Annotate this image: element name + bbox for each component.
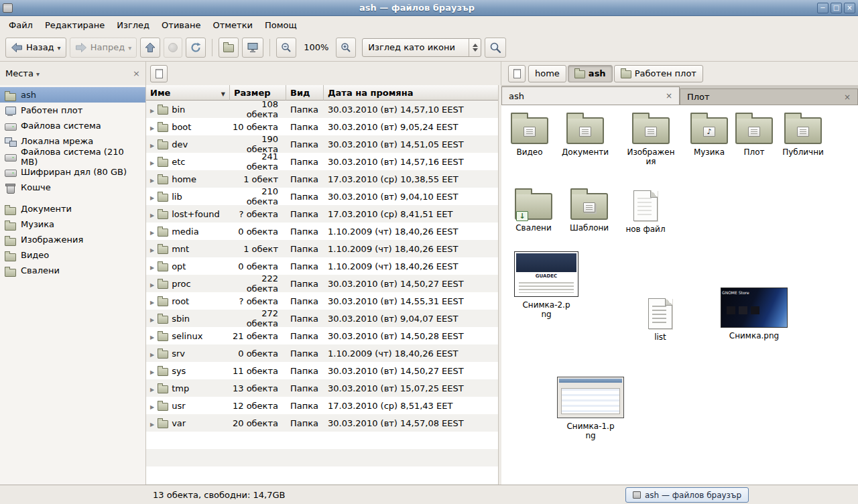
reload-button[interactable] <box>186 38 206 58</box>
expander-icon[interactable] <box>150 296 154 306</box>
file-row[interactable]: selinux 21 обекта Папка 30.03.2010 (вт) … <box>146 327 498 344</box>
expander-icon[interactable] <box>150 139 154 149</box>
expander-icon[interactable] <box>150 279 154 289</box>
column-header-name[interactable]: Име <box>146 85 230 101</box>
expander-icon[interactable] <box>150 383 154 393</box>
file-row[interactable]: dev 190 обекта Папка 30.03.2010 (вт) 14,… <box>146 135 498 153</box>
close-button-icon[interactable] <box>844 3 855 13</box>
tab[interactable]: ash <box>501 86 680 105</box>
expander-icon[interactable] <box>150 122 154 132</box>
file-row[interactable]: mnt 1 обект Папка 1.10.2009 (чт) 18,40,2… <box>146 240 498 257</box>
file-row[interactable]: opt 0 обекта Папка 1.10.2009 (чт) 18,40,… <box>146 257 498 275</box>
menu-item[interactable]: Изглед <box>111 17 156 33</box>
breadcrumb-button[interactable]: Работен плот <box>614 65 703 82</box>
file-row[interactable]: srv 0 обекта Папка 1.10.2009 (чт) 18,40,… <box>146 344 498 362</box>
file-row[interactable]: sys 11 обекта Папка 30.03.2010 (вт) 14,5… <box>146 362 498 379</box>
chevron-down-icon[interactable] <box>34 68 40 78</box>
places-close-icon[interactable] <box>133 68 140 78</box>
file-row[interactable]: lost+found ? обекта Папка 17.03.2010 (ср… <box>146 205 498 223</box>
taskbar-window-button[interactable]: ash — файлов браузър <box>625 487 749 503</box>
menu-item[interactable]: Помощ <box>259 17 303 33</box>
file-row[interactable]: etc 241 обекта Папка 30.03.2010 (вт) 14,… <box>146 153 498 170</box>
tab-close-icon[interactable] <box>666 91 672 101</box>
breadcrumb-button[interactable]: ash <box>568 65 613 82</box>
sidebar-bookmark-item[interactable]: Документи <box>0 201 145 216</box>
icon-view-item[interactable]: GUADEC Снимка-2.png <box>511 251 582 320</box>
column-header-type[interactable]: Вид <box>286 85 324 101</box>
expander-icon[interactable] <box>150 192 154 202</box>
expander-icon[interactable] <box>150 418 154 428</box>
expander-icon[interactable] <box>150 261 154 271</box>
maximize-button-icon[interactable] <box>831 3 842 13</box>
file-row[interactable]: root ? обекта Папка 30.03.2010 (вт) 14,5… <box>146 292 498 310</box>
expander-icon[interactable] <box>150 366 154 376</box>
back-dropdown-icon[interactable] <box>58 42 61 52</box>
icon-view-item[interactable]: GNOME Store Снимка.png <box>719 288 790 340</box>
file-row[interactable]: tmp 13 обекта Папка 30.03.2010 (вт) 15,0… <box>146 379 498 397</box>
root-location-button[interactable] <box>150 65 168 82</box>
file-row[interactable]: usr 12 обекта Папка 17.03.2010 (ср) 8,51… <box>146 397 498 414</box>
back-button[interactable]: Назад <box>5 38 66 58</box>
file-row[interactable]: media 0 обекта Папка 1.10.2009 (чт) 18,4… <box>146 223 498 240</box>
combo-spin-icon[interactable] <box>469 39 481 56</box>
expander-icon[interactable] <box>150 209 154 219</box>
home-button[interactable] <box>219 38 239 58</box>
tab-close-icon[interactable] <box>844 92 851 102</box>
icon-view-item[interactable]: Публични <box>775 113 831 157</box>
expander-icon[interactable] <box>150 401 154 411</box>
forward-dropdown-icon[interactable] <box>128 42 131 52</box>
column-header-size[interactable]: Размер <box>230 85 286 101</box>
zoom-in-button[interactable] <box>336 38 356 58</box>
expander-icon[interactable] <box>150 174 154 184</box>
expander-icon[interactable] <box>150 349 154 359</box>
file-row[interactable]: boot 10 обекта Папка 30.03.2010 (вт) 9,0… <box>146 118 498 135</box>
menu-item[interactable]: Редактиране <box>39 17 111 33</box>
icon-view-item[interactable]: нов файл <box>617 190 674 234</box>
icon-view-item[interactable]: Документи <box>557 113 613 157</box>
sidebar-bookmark-item[interactable]: Изображения <box>0 232 145 247</box>
up-button[interactable] <box>140 38 160 58</box>
icon-view-item[interactable]: Свалени <box>505 189 562 233</box>
sidebar-bookmark-item[interactable]: Видео <box>0 247 145 263</box>
minimize-button-icon[interactable] <box>817 3 829 13</box>
sidebar-bookmark-item[interactable]: Свалени <box>0 263 145 278</box>
sidebar-bookmark-item[interactable]: Музика <box>0 216 145 232</box>
file-row[interactable]: var 20 обекта Папка 30.03.2010 (вт) 14,5… <box>146 414 498 432</box>
search-button[interactable] <box>485 38 506 58</box>
forward-button[interactable]: Напред <box>70 38 137 58</box>
icon-view-item[interactable]: list <box>632 298 688 342</box>
expander-icon[interactable] <box>150 331 154 341</box>
expander-icon[interactable] <box>150 105 154 115</box>
titlebar[interactable]: ash — файлов браузър <box>0 0 858 16</box>
menu-item[interactable]: Файл <box>3 17 39 33</box>
icon-view-item[interactable]: Плот <box>726 113 782 157</box>
file-row[interactable]: lib 210 обекта Папка 30.03.2010 (вт) 9,0… <box>146 188 498 205</box>
sidebar-place-item[interactable]: Работен плот <box>0 103 145 118</box>
sidebar-place-item[interactable]: Шифриран дял (80 GB) <box>0 164 145 180</box>
computer-button[interactable] <box>242 38 263 58</box>
file-row[interactable]: bin 108 обекта Папка 30.03.2010 (вт) 14,… <box>146 101 498 118</box>
menu-item[interactable]: Отметки <box>206 17 258 33</box>
sidebar-place-item[interactable]: Файлова система <box>0 118 145 133</box>
file-row[interactable]: proc 222 обекта Папка 30.03.2010 (вт) 14… <box>146 275 498 292</box>
icon-view-item[interactable]: Видео <box>501 113 558 157</box>
icon-view-item[interactable]: Снимка-1.png <box>555 377 626 441</box>
stop-button[interactable] <box>164 38 182 58</box>
sidebar-place-item[interactable]: Кошче <box>0 180 145 195</box>
column-header-date[interactable]: Дата на промяна <box>324 85 498 101</box>
expander-icon[interactable] <box>150 157 154 167</box>
places-panel-title[interactable]: Места <box>5 68 34 78</box>
view-mode-select[interactable]: Изглед като икони <box>362 38 481 57</box>
sidebar-place-item[interactable]: ash <box>0 87 145 103</box>
tab[interactable]: Плот <box>680 88 858 105</box>
root-location-button[interactable] <box>508 65 526 82</box>
breadcrumb-button[interactable]: home <box>528 65 566 82</box>
icon-view-item[interactable]: Шаблони <box>561 189 617 233</box>
expander-icon[interactable] <box>150 227 154 237</box>
file-row[interactable]: home 1 обект Папка 17.03.2010 (ср) 10,38… <box>146 170 498 188</box>
expander-icon[interactable] <box>150 244 154 254</box>
sidebar-place-item[interactable]: Файлова система (210 MB) <box>0 149 145 164</box>
menu-item[interactable]: Отиване <box>156 17 206 33</box>
icon-view-item[interactable]: Изображения <box>623 113 679 167</box>
expander-icon[interactable] <box>150 314 154 324</box>
